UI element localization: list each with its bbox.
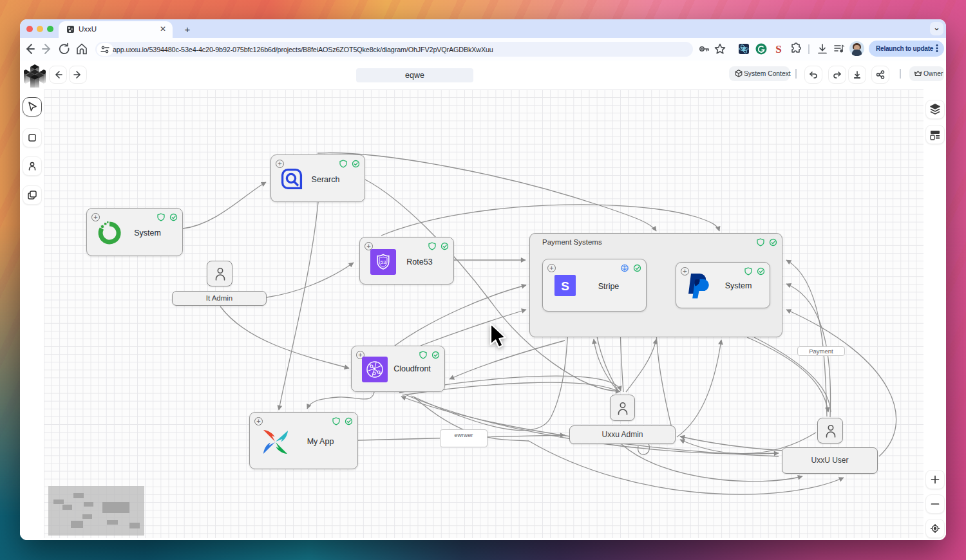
svg-text:S: S (775, 43, 781, 55)
